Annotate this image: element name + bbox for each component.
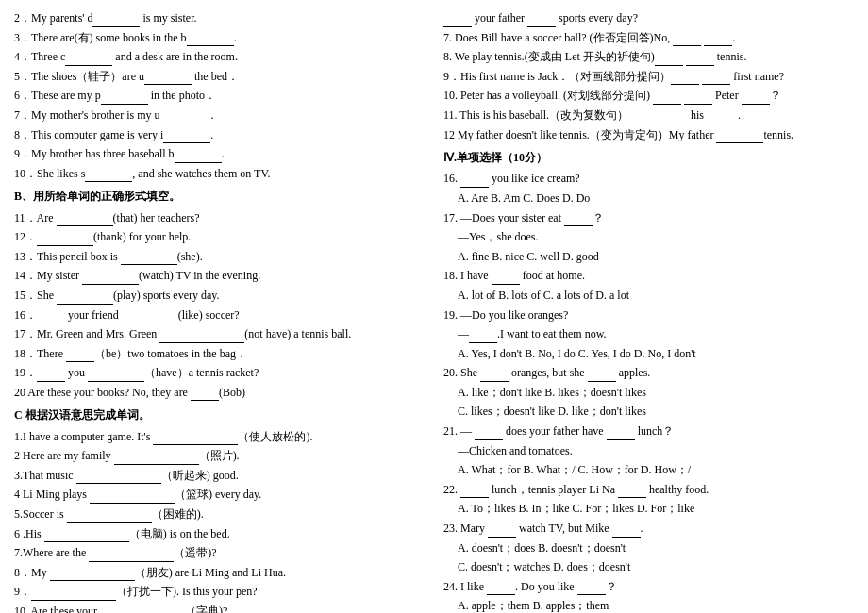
r-line-11: 11. This is his baseball.（改为复数句） his . xyxy=(443,107,854,124)
b-line-12: 12．(thank) for your help. xyxy=(14,228,425,246)
line-4: 4．Three c and a desk are in the room. xyxy=(14,48,425,66)
c-line-1: 1.I have a computer game. It's （使人放松的). xyxy=(14,428,425,446)
c-line-8: 8．My （朋友) are Li Ming and Li Hua. xyxy=(14,564,425,582)
c-line-9: 9．（打扰一下). Is this your pen? xyxy=(14,583,425,601)
blank xyxy=(469,342,497,343)
blank xyxy=(460,187,489,188)
r-line-7: 7. Does Bill have a soccer ball? (作否定回答)… xyxy=(443,29,854,47)
q20: 20. She oranges, but she apples. xyxy=(443,364,854,382)
right-top-section: your father sports every day? 7. Does Bi… xyxy=(443,9,854,143)
blank xyxy=(671,84,699,85)
blank xyxy=(460,497,489,498)
blank xyxy=(564,225,593,226)
line-8: 8．This computer game is very i. xyxy=(14,126,425,144)
blank xyxy=(57,304,113,305)
blank xyxy=(57,225,113,226)
b-line-18: 18．There （be）two tomatoes in the bag． xyxy=(14,345,425,363)
blank xyxy=(191,400,219,401)
blank xyxy=(163,142,210,143)
blank xyxy=(659,124,688,124)
blank xyxy=(673,45,701,46)
blank xyxy=(655,65,683,66)
blank xyxy=(101,104,148,105)
blank xyxy=(480,381,509,382)
blank xyxy=(85,181,132,182)
blank xyxy=(90,503,175,504)
q23: 23. Mary watch TV, but Mike . xyxy=(443,520,854,538)
blank xyxy=(475,439,503,440)
q21-options: A. What；for B. What；/ C. How；for D. How；… xyxy=(443,461,854,479)
blank xyxy=(89,561,174,562)
b-line-19: 19． you （have）a tennis racket? xyxy=(14,364,425,382)
blank xyxy=(44,541,129,542)
blank xyxy=(50,580,135,581)
q20-options-a: A. like；don't like B. likes；doesn't like… xyxy=(443,384,854,402)
c-line-7: 7.Where are the （遥带)? xyxy=(14,544,425,562)
page-container: 2．My parents' d is my sister. 3．There ar… xyxy=(14,9,854,613)
blank xyxy=(37,381,65,382)
blank xyxy=(492,284,520,285)
c-line-6: 6 .His （电脑) is on the bed. xyxy=(14,525,425,543)
line-7: 7．My mother's brother is my u． xyxy=(14,107,425,124)
q16: 16. you like ice cream? xyxy=(443,170,854,188)
blank xyxy=(612,537,641,538)
b-line-17: 17．Mr. Green and Mrs. Green (not have) a… xyxy=(14,325,425,343)
q16-options: A. Are B. Am C. Does D. Do xyxy=(443,190,854,207)
left-top-section: 2．My parents' d is my sister. 3．There ar… xyxy=(14,9,425,182)
q24-options: A. apple；them B. apples；them xyxy=(443,597,854,613)
blank xyxy=(37,323,65,323)
line-9: 9．My brother has three baseball b. xyxy=(14,145,425,163)
blank xyxy=(122,323,178,323)
right-column: your father sports every day? 7. Does Bi… xyxy=(443,9,854,613)
blank xyxy=(588,381,616,382)
q19-options: A. Yes, I don't B. No, I do C. Yes, I do… xyxy=(443,345,854,363)
q17: 17. —Does your sister eat ？ xyxy=(443,209,854,227)
blank xyxy=(159,342,244,343)
left-column: 2．My parents' d is my sister. 3．There ar… xyxy=(14,9,425,613)
line-2: 2．My parents' d is my sister. xyxy=(14,9,425,27)
q18: 18. I have food at home. xyxy=(443,267,854,285)
blank xyxy=(92,26,140,27)
blank xyxy=(707,124,735,124)
blank xyxy=(82,284,139,285)
line-10: 10．She likes s, and she watches them on … xyxy=(14,165,425,183)
blank xyxy=(527,26,556,27)
q22: 22. lunch，tennis player Li Na healthy fo… xyxy=(443,481,854,499)
line-5: 5．The shoes（鞋子）are u the bed． xyxy=(14,68,425,86)
q20-options-b: C. likes；doesn't like D. like；don't like… xyxy=(443,403,854,421)
section-c: C 根据汉语意思完成单词。 1.I have a computer game. … xyxy=(14,406,425,613)
r-line-9: 9．His first name is Jack．（对画线部分提问） first… xyxy=(443,68,854,86)
c-line-5: 5.Soccer is （困难的). xyxy=(14,505,425,523)
blank xyxy=(488,537,516,538)
q18-options: A. lot of B. lots of C. a lots of D. a l… xyxy=(443,287,854,305)
blank xyxy=(175,162,222,163)
blank xyxy=(65,65,112,66)
blank xyxy=(684,104,712,105)
blank xyxy=(607,439,635,440)
c-line-2: 2 Here are my family （照片). xyxy=(14,447,425,465)
blank xyxy=(67,522,152,523)
q19: 19. —Do you like oranges? xyxy=(443,306,854,324)
blank xyxy=(577,594,606,595)
r-line-10: 10. Peter has a volleyball. (对划线部分提问) Pe… xyxy=(443,87,854,105)
q21: 21. — does your father have lunch？ xyxy=(443,422,854,440)
c-line-4: 4 Li Ming plays （篮球) every day. xyxy=(14,486,425,504)
blank xyxy=(31,600,116,601)
b-line-14: 14．My sister (watch) TV in the evening. xyxy=(14,267,425,285)
blank xyxy=(716,142,763,143)
section-b: B、用所给单词的正确形式填空。 11．Are (that) her teache… xyxy=(14,188,425,401)
blank xyxy=(121,264,177,265)
line-6: 6．These are my p in the photo． xyxy=(14,87,425,105)
b-line-11: 11．Are (that) her teachers? xyxy=(14,209,425,227)
blank xyxy=(37,245,93,246)
b-line-16: 16． your friend (like) soccer? xyxy=(14,306,425,324)
q21b: —Chicken and tomatoes. xyxy=(443,442,854,460)
line-3: 3．There are(有) some books in the b. xyxy=(14,29,425,47)
b-line-15: 15．She (play) sports every day. xyxy=(14,287,425,305)
section-c-title: C 根据汉语意思完成单词。 xyxy=(14,406,425,424)
r-line-8: 8. We play tennis.(变成由 Let 开头的祈使句) tenni… xyxy=(443,48,854,66)
blank xyxy=(187,45,234,46)
c-line-3: 3.That music （听起来) good. xyxy=(14,467,425,485)
blank xyxy=(742,104,770,105)
blank xyxy=(443,26,472,27)
